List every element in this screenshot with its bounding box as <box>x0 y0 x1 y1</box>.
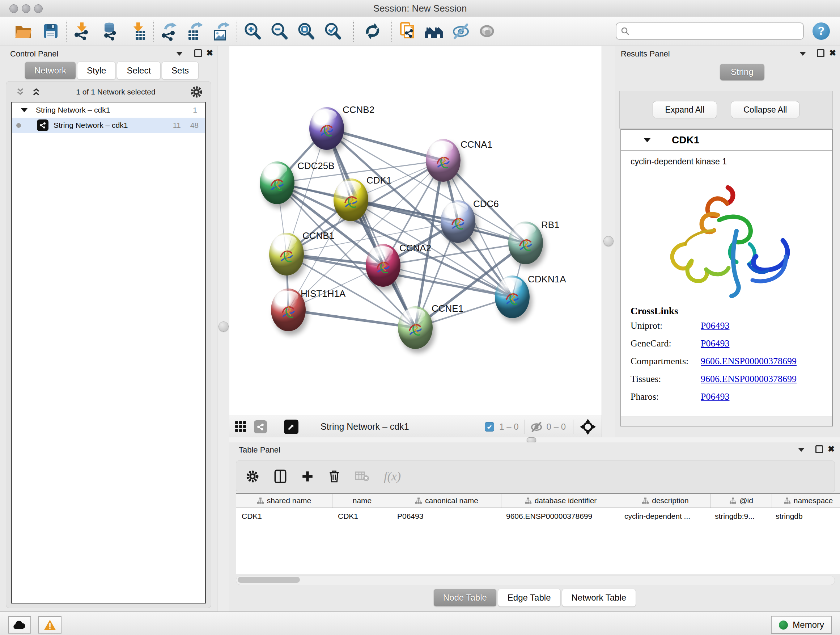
panel-menu-caret-icon[interactable] <box>798 448 805 452</box>
crosslink-link[interactable]: 9606.ENSP00000378699 <box>701 356 797 367</box>
collapse-section-icon[interactable] <box>644 138 651 142</box>
memory-button[interactable]: Memory <box>771 616 832 634</box>
close-panel-icon[interactable]: ✖ <box>206 49 213 57</box>
zoom-in-button[interactable] <box>242 20 264 42</box>
table-cell[interactable]: stringdb <box>770 512 840 521</box>
node-ccne1[interactable] <box>398 306 433 349</box>
node-ccna1[interactable] <box>426 139 461 182</box>
expand-all-button[interactable]: Expand All <box>653 101 717 119</box>
export-table-button[interactable] <box>185 20 206 42</box>
node-rb1[interactable] <box>508 222 543 264</box>
selected-checkbox[interactable] <box>485 422 494 432</box>
node-cdkn1a[interactable] <box>495 276 530 318</box>
string-import-button[interactable] <box>396 20 418 42</box>
tab-string[interactable]: String <box>720 64 764 80</box>
scrollbar-thumb[interactable] <box>238 577 300 583</box>
table-horizontal-scrollbar[interactable] <box>236 576 835 585</box>
node-ccnb1[interactable] <box>269 233 304 276</box>
float-panel-icon[interactable] <box>194 49 202 57</box>
table-tab-network-table[interactable]: Network Table <box>562 589 636 607</box>
tab-select[interactable]: Select <box>117 62 161 80</box>
table-cell[interactable]: 9606.ENSP00000378699 <box>500 512 619 521</box>
import-database-button[interactable] <box>99 20 121 42</box>
node-cdc25b[interactable] <box>260 162 294 204</box>
crosslink-link[interactable]: P06493 <box>701 338 729 349</box>
delete-column-icon[interactable] <box>328 470 340 483</box>
column-header-shared-name[interactable]: shared name <box>236 494 332 508</box>
tab-network[interactable]: Network <box>25 62 76 80</box>
splitter-handle[interactable] <box>603 236 614 246</box>
network-status-dot <box>16 123 21 128</box>
warning-status-button[interactable] <box>38 616 62 633</box>
node-cdk1[interactable] <box>333 179 368 221</box>
crosslink-link[interactable]: 9606.ENSP00000378699 <box>701 374 797 385</box>
tree-expand-icon[interactable] <box>21 108 28 112</box>
expand-all-icon[interactable] <box>31 87 42 97</box>
add-column-icon[interactable] <box>302 470 314 483</box>
collapse-all-button[interactable]: Collapse All <box>731 101 799 119</box>
panel-menu-caret-icon[interactable] <box>176 52 183 56</box>
splitter-handle[interactable] <box>527 437 536 443</box>
table-cell[interactable]: stringdb:9... <box>709 512 770 521</box>
home-networks-button[interactable] <box>423 20 445 42</box>
table-cell[interactable]: cyclin-dependent ... <box>619 512 709 521</box>
column-header-name[interactable]: name <box>332 494 392 508</box>
export-network-button[interactable] <box>158 20 180 42</box>
hide-panel-button[interactable] <box>450 20 472 42</box>
table-tab-edge-table[interactable]: Edge Table <box>498 589 561 607</box>
collapse-all-icon[interactable] <box>15 87 26 97</box>
tab-style[interactable]: Style <box>77 62 116 80</box>
float-panel-icon[interactable] <box>817 49 824 57</box>
show-eye-button[interactable] <box>476 20 498 42</box>
float-panel-icon[interactable] <box>815 445 823 453</box>
splitter-handle[interactable] <box>218 321 229 332</box>
network-badge-icon[interactable] <box>254 420 267 433</box>
panel-menu-caret-icon[interactable] <box>799 52 806 56</box>
column-header-namespace[interactable]: namespace <box>772 494 840 508</box>
table-cell[interactable]: CDK1 <box>236 512 332 521</box>
network-edge[interactable] <box>351 200 526 243</box>
vertical-splitter[interactable] <box>217 46 230 612</box>
birds-eye-icon[interactable] <box>580 419 596 435</box>
help-button[interactable]: ? <box>813 22 830 40</box>
open-session-button[interactable] <box>12 20 34 42</box>
open-in-window-button[interactable] <box>284 420 298 434</box>
zoom-fit-button[interactable] <box>295 20 317 42</box>
tab-sets[interactable]: Sets <box>162 62 199 80</box>
node-ccnb2[interactable] <box>309 107 344 150</box>
import-network-button[interactable] <box>71 20 93 42</box>
table-cell[interactable]: P06493 <box>392 512 500 521</box>
node-cdc6[interactable] <box>441 200 475 243</box>
column-header-database-identifier[interactable]: database identifier <box>501 494 620 508</box>
node-table[interactable]: shared namename canonical name database … <box>236 493 840 574</box>
table-cell[interactable]: CDK1 <box>332 512 392 521</box>
apply-layout-button[interactable] <box>362 20 384 42</box>
gear-icon[interactable] <box>190 86 203 98</box>
crosslink-link[interactable]: P06493 <box>701 391 729 402</box>
grid-view-icon[interactable] <box>234 420 248 433</box>
zoom-selected-button[interactable] <box>322 20 344 42</box>
network-row[interactable]: String Network – cdk1 11 48 <box>12 118 205 133</box>
search-input[interactable] <box>632 26 799 36</box>
save-session-button[interactable] <box>40 20 62 42</box>
column-header-description[interactable]: description <box>620 494 711 508</box>
network-view[interactable]: CCNB2CCNA1CDC25BCDK1CDC6RB1CCNB1CCNA2CDK… <box>229 46 602 416</box>
crosslink-link[interactable]: P06493 <box>701 320 729 331</box>
export-image-button[interactable] <box>210 20 232 42</box>
network-edge[interactable] <box>288 310 415 328</box>
table-tab-node-table[interactable]: Node Table <box>433 589 497 607</box>
gear-icon[interactable] <box>246 470 259 483</box>
network-collection-row[interactable]: String Network – cdk1 1 <box>12 103 205 118</box>
columns-icon[interactable] <box>274 470 287 483</box>
vertical-splitter[interactable] <box>602 46 615 437</box>
gene-header-row[interactable]: CDK1 <box>621 130 832 151</box>
table-row[interactable]: CDK1CDK1P064939606.ENSP00000378699cyclin… <box>236 508 840 524</box>
close-panel-icon[interactable]: ✖ <box>829 49 836 57</box>
cloud-status-button[interactable] <box>8 616 31 633</box>
import-table-button[interactable] <box>127 20 149 42</box>
zoom-out-button[interactable] <box>268 20 290 42</box>
close-panel-icon[interactable]: ✖ <box>828 445 835 453</box>
node-ccna2[interactable] <box>366 244 401 287</box>
column-header-canonical-name[interactable]: canonical name <box>392 494 501 508</box>
column-header--id[interactable]: @id <box>711 494 772 508</box>
